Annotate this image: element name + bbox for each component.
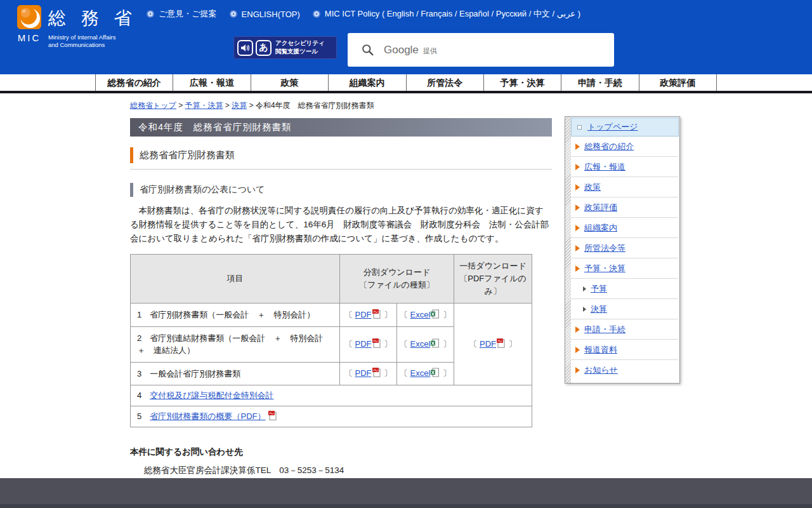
documents-table-head: 項目分割ダウンロード〔ファイルの種類〕一括ダウンロード〔PDFファイルのみ〕 — [131, 254, 532, 303]
sidebar-link[interactable]: 政策 — [584, 182, 601, 193]
row-number: 3 — [137, 368, 141, 380]
ministry-name-en: Ministry of Internal Affairs and Communi… — [48, 34, 137, 50]
ministry-name-jp: 総 務 省 — [48, 6, 137, 30]
sidebar-link[interactable]: 決算 — [591, 304, 607, 315]
mic-logo[interactable]: MIC 総 務 省 Ministry of Internal Affairs a… — [17, 5, 137, 50]
table-row-link-cell: 4交付税及び譲与税配付金特別会計 — [131, 385, 532, 406]
document-link[interactable]: 交付税及び譲与税配付金特別会計 — [150, 391, 273, 400]
pdf-file-icon — [372, 368, 381, 379]
nav-item-3[interactable]: 政策 — [251, 74, 328, 91]
arrow-icon — [575, 367, 580, 373]
table-row-label: 3一般会計省庁別財務書類 — [131, 362, 340, 385]
documents-table: 項目分割ダウンロード〔ファイルの種類〕一括ダウンロード〔PDFファイルのみ〕 1… — [130, 254, 532, 427]
sidebar-item-10[interactable]: 申請・手続 — [571, 319, 678, 340]
mic-logo-text-column: 総 務 省 Ministry of Internal Affairs and C… — [48, 5, 137, 50]
sub-arrow-icon — [583, 307, 586, 312]
nav-item-7[interactable]: 申請・手続 — [561, 74, 638, 91]
pdf-download-link[interactable]: PDF — [355, 310, 372, 319]
row-number: 5 — [137, 411, 141, 421]
contact-heading: 本件に関するお問い合わせ先 — [130, 446, 552, 458]
sidebar-item-7[interactable]: 予算・決算 — [571, 258, 678, 279]
pdf-download-link[interactable]: PDF — [355, 339, 372, 349]
utility-link-label: ENGLISH(TOP) — [242, 10, 300, 19]
table-header-batch-download: 一括ダウンロード〔PDFファイルのみ〕 — [454, 254, 532, 303]
breadcrumb-link[interactable]: 総務省トップ — [130, 101, 176, 110]
batch-download-cell: 〔 PDF 〕 — [454, 304, 532, 385]
pdf-download-link[interactable]: PDF — [355, 368, 372, 378]
sidebar-link[interactable]: 予算・決算 — [584, 263, 625, 274]
site-search-input[interactable]: Google 提供 — [348, 33, 614, 67]
top-page-link[interactable]: トップページ — [587, 121, 638, 133]
sidebar-item-12[interactable]: お知らせ — [571, 360, 678, 380]
row-number: 1 — [137, 309, 141, 321]
subsection-heading: 省庁別財務書類の公表について — [130, 183, 552, 197]
sidebar-link[interactable]: 申請・手続 — [584, 324, 625, 335]
pdf-download-cell: 〔 PDF 〕 — [340, 304, 397, 327]
search-icon — [362, 44, 374, 56]
sidebar-link[interactable]: 報道資料 — [584, 344, 617, 356]
sidebar-link[interactable]: 所管法令等 — [584, 243, 625, 254]
sidebar-item-8[interactable]: 予算 — [571, 279, 678, 299]
sidebar-item-6[interactable]: 所管法令等 — [571, 238, 678, 258]
ring-bullet-icon — [314, 11, 319, 17]
table-header-split-download: 分割ダウンロード〔ファイルの種類〕 — [340, 254, 454, 303]
utility-link-1[interactable]: ご意見・ご提案 — [148, 8, 217, 20]
nav-item-4[interactable]: 組織案内 — [328, 74, 405, 91]
row-number: 2 — [137, 332, 141, 345]
sidebar-item-9[interactable]: 決算 — [571, 299, 678, 319]
excel-download-link[interactable]: Excel — [410, 310, 431, 319]
global-nav-bar: 総務省の紹介広報・報道政策組織案内所管法令予算・決算申請・手続政策評価 — [0, 74, 812, 93]
nav-item-5[interactable]: 所管法令 — [406, 74, 483, 91]
sidebar-item-4[interactable]: 政策評価 — [571, 197, 678, 218]
sidebar-item-top-page[interactable]: トップページ — [571, 117, 679, 137]
excel-download-cell: 〔 Excel 〕 — [397, 362, 454, 385]
sidebar-item-2[interactable]: 広報・報道 — [571, 157, 678, 177]
arrow-icon — [575, 326, 580, 333]
sidebar-item-11[interactable]: 報道資料 — [571, 340, 678, 360]
site-header: MIC 総 務 省 Ministry of Internal Affairs a… — [0, 0, 812, 74]
sidebar-link[interactable]: 組織案内 — [584, 222, 617, 234]
sidebar-link[interactable]: お知らせ — [584, 364, 618, 376]
sidebar-link[interactable]: 総務省の紹介 — [584, 141, 634, 152]
sidebar-link[interactable]: 広報・報道 — [584, 161, 625, 173]
excel-download-cell: 〔 Excel 〕 — [397, 304, 454, 327]
excel-download-link[interactable]: Excel — [410, 339, 431, 349]
nav-item-6[interactable]: 予算・決算 — [483, 74, 561, 91]
sidebar-link[interactable]: 政策評価 — [584, 202, 617, 213]
documents-table-body: 1省庁別財務書類（一般会計 ＋ 特別会計）〔 PDF 〕〔 Excel 〕〔 P… — [131, 304, 532, 427]
utility-link-3[interactable]: MIC ICT Policy ( English / Français / Es… — [314, 8, 580, 20]
pdf-file-icon — [372, 338, 381, 350]
page-title: 令和4年度 総務省省庁別財務書類 — [130, 118, 552, 137]
accessibility-tool-label: アクセシビリティ 閲覧支援ツール — [275, 39, 325, 56]
accessibility-tool-button[interactable]: あ アクセシビリティ 閲覧支援ツール — [233, 36, 337, 59]
sidebar-item-5[interactable]: 組織案内 — [571, 218, 678, 238]
excel-download-link[interactable]: Excel — [410, 368, 431, 378]
sidebar-item-3[interactable]: 政策 — [571, 177, 678, 197]
arrow-icon — [575, 225, 580, 231]
main-content: 令和4年度 総務省省庁別財務書類 総務省省庁別財務書類 省庁別財務書類の公表につ… — [130, 118, 552, 500]
excel-file-icon — [431, 338, 439, 350]
section-heading: 総務省省庁別財務書類 — [130, 147, 552, 170]
pdf-download-link[interactable]: PDF — [480, 339, 496, 349]
sidebar-hatch-decoration — [565, 117, 571, 383]
arrow-icon — [575, 245, 580, 251]
pdf-file-icon — [268, 411, 277, 422]
nav-item-8[interactable]: 政策評価 — [639, 74, 717, 91]
sidebar-link[interactable]: 予算 — [591, 283, 607, 295]
mic-logo-mark-column: MIC — [17, 5, 41, 43]
utility-link-2[interactable]: ENGLISH(TOP) — [231, 10, 300, 19]
arrow-icon — [575, 184, 580, 190]
nav-item-2[interactable]: 広報・報道 — [173, 74, 250, 91]
speaker-icon — [237, 40, 253, 56]
sidebar-item-1[interactable]: 総務省の紹介 — [571, 137, 678, 157]
sub-arrow-icon — [583, 286, 586, 291]
table-row: 5省庁別財務書類の概要（PDF） — [131, 406, 532, 427]
main-nav: 総務省の紹介広報・報道政策組織案内所管法令予算・決算申請・手続政策評価 — [95, 74, 717, 91]
pdf-file-icon — [497, 338, 505, 350]
breadcrumb-link[interactable]: 決算 — [232, 101, 247, 110]
document-link[interactable]: 省庁別財務書類の概要（PDF） — [150, 411, 265, 421]
nav-item-1[interactable]: 総務省の紹介 — [95, 74, 173, 91]
breadcrumb-link[interactable]: 予算・決算 — [185, 101, 223, 110]
utility-links: ご意見・ご提案ENGLISH(TOP)MIC ICT Policy ( Engl… — [148, 8, 580, 20]
page-footer — [0, 478, 812, 508]
